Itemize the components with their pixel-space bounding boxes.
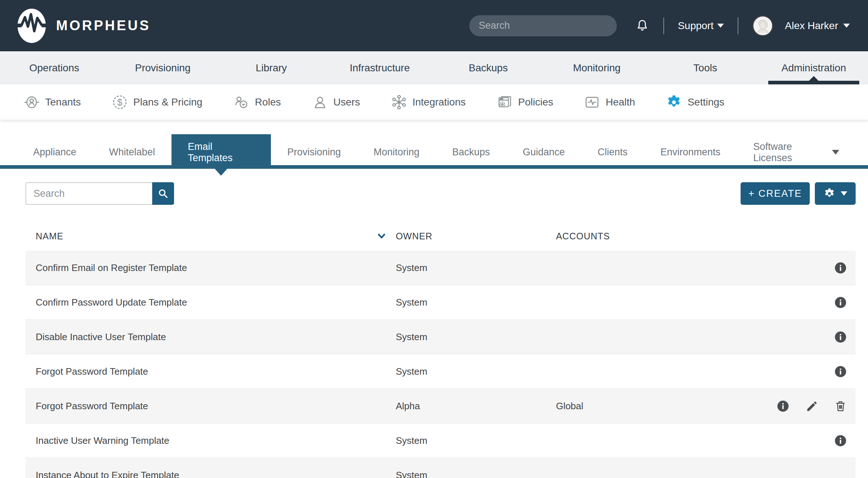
tab-label: Backups <box>452 147 490 158</box>
tab-label: Guidance <box>523 147 565 158</box>
tab-clients[interactable]: Clients <box>581 139 644 165</box>
global-search-input[interactable] <box>479 20 608 31</box>
nav-tools[interactable]: Tools <box>651 51 760 84</box>
column-header-name[interactable]: NAME <box>25 231 396 242</box>
app-header: MORPHEUS Support Alex Harker <box>0 0 868 51</box>
row-actions <box>735 434 856 447</box>
tab-provisioning[interactable]: Provisioning <box>271 139 357 165</box>
settings-tabs: ApplianceWhitelabelEmail TemplatesProvis… <box>0 139 868 165</box>
template-accounts: Global <box>556 401 735 412</box>
admin-nav-label: Policies <box>518 96 553 108</box>
tab-label: Monitoring <box>374 147 419 158</box>
notifications-bell-icon[interactable] <box>635 19 650 33</box>
admin-nav-label: Settings <box>687 96 724 108</box>
tab-label: Whitelabel <box>109 147 155 158</box>
admin-nav-tenants[interactable]: Tenants <box>23 94 81 111</box>
admin-nav-label: Integrations <box>413 96 466 108</box>
tab-monitoring[interactable]: Monitoring <box>357 139 436 165</box>
support-menu[interactable]: Support <box>678 20 724 32</box>
table-row[interactable]: Forgot Password Template Alpha Global <box>25 389 856 423</box>
row-actions <box>735 400 856 413</box>
tab-label: Environments <box>660 147 721 158</box>
admin-nav-integrations[interactable]: Integrations <box>391 94 466 111</box>
template-name: Disable Inactive User Template <box>25 331 396 343</box>
nav-monitoring[interactable]: Monitoring <box>542 51 651 84</box>
template-search[interactable] <box>25 182 174 205</box>
template-search-input[interactable] <box>25 182 152 205</box>
tab-label: Appliance <box>33 147 76 158</box>
morpheus-logo-icon <box>17 8 47 44</box>
admin-nav-health[interactable]: Health <box>584 94 635 111</box>
avatar[interactable] <box>752 15 773 36</box>
column-header-owner[interactable]: OWNER <box>396 231 556 242</box>
admin-nav-policies[interactable]: Policies <box>496 94 553 111</box>
nav-provisioning[interactable]: Provisioning <box>108 51 217 84</box>
template-owner: System <box>396 435 556 446</box>
row-actions <box>735 262 856 274</box>
tab-whitelabel[interactable]: Whitelabel <box>93 139 171 165</box>
search-icon <box>158 188 169 199</box>
nav-operations[interactable]: Operations <box>0 51 108 84</box>
admin-nav-users[interactable]: Users <box>312 94 360 111</box>
integrations-icon <box>391 94 407 111</box>
chevron-down-icon <box>717 24 724 28</box>
brand-title: MORPHEUS <box>56 18 151 33</box>
edit-icon[interactable] <box>805 400 818 413</box>
info-icon[interactable] <box>834 434 847 447</box>
main-nav: OperationsProvisioningLibraryInfrastruct… <box>0 51 868 84</box>
nav-backups[interactable]: Backups <box>434 51 542 84</box>
tab-backups[interactable]: Backups <box>436 139 506 165</box>
table-row[interactable]: Inactive User Warning Template System <box>25 423 856 458</box>
template-name: Confirm Password Update Template <box>25 297 396 308</box>
user-menu[interactable]: Alex Harker <box>752 15 850 36</box>
info-icon[interactable] <box>834 262 847 274</box>
column-header-accounts[interactable]: ACCOUNTS <box>556 231 735 242</box>
tab-software-licenses[interactable]: Software Licenses <box>737 139 856 165</box>
search-icon[interactable] <box>608 20 609 32</box>
template-owner: System <box>396 262 556 274</box>
template-owner: System <box>396 470 556 478</box>
chevron-down-icon <box>841 191 847 196</box>
admin-nav-plans-pricing[interactable]: $Plans & Pricing <box>111 94 202 111</box>
table-row[interactable]: Instance About to Expire Template System <box>25 458 856 478</box>
admin-nav-label: Users <box>334 96 360 108</box>
template-owner: System <box>396 366 556 377</box>
global-search[interactable] <box>469 15 617 36</box>
table-row[interactable]: Disable Inactive User Template System <box>25 320 856 354</box>
gear-icon <box>823 187 836 200</box>
admin-nav-label: Roles <box>255 96 281 108</box>
info-icon[interactable] <box>834 331 847 343</box>
template-search-button[interactable] <box>152 182 174 205</box>
template-owner: System <box>396 297 556 308</box>
table-settings-button[interactable] <box>815 182 856 205</box>
table-row[interactable]: Confirm Password Update Template System <box>25 285 856 320</box>
admin-nav-roles[interactable]: Roles <box>233 94 281 111</box>
row-actions <box>735 365 856 378</box>
table-row[interactable]: Confirm Email on Register Template Syste… <box>25 251 856 285</box>
email-templates-table: NAME OWNER ACCOUNTS Confirm Email on Reg… <box>25 222 856 478</box>
chevron-down-icon <box>843 24 850 28</box>
tab-guidance[interactable]: Guidance <box>506 139 581 165</box>
delete-icon[interactable] <box>834 400 847 413</box>
svg-text:$: $ <box>117 97 122 107</box>
tab-environments[interactable]: Environments <box>644 139 737 165</box>
nav-administration[interactable]: Administration <box>760 51 868 84</box>
create-button[interactable]: + CREATE <box>741 182 810 205</box>
info-icon[interactable] <box>777 400 789 413</box>
row-actions <box>735 331 856 343</box>
table-row[interactable]: Forgot Password Template System <box>25 354 856 389</box>
template-name: Forgot Password Template <box>25 366 396 377</box>
sort-desc-icon[interactable] <box>377 232 386 240</box>
template-owner: Alpha <box>396 401 556 412</box>
nav-infrastructure[interactable]: Infrastructure <box>326 51 434 84</box>
tab-email-templates[interactable]: Email Templates <box>171 134 271 165</box>
tab-label: Provisioning <box>287 147 341 158</box>
row-actions <box>735 296 856 309</box>
active-tab-bar <box>0 165 868 169</box>
template-owner: System <box>396 331 556 343</box>
nav-library[interactable]: Library <box>217 51 326 84</box>
info-icon[interactable] <box>834 365 847 378</box>
info-icon[interactable] <box>834 296 847 309</box>
tab-appliance[interactable]: Appliance <box>17 139 93 165</box>
admin-nav-settings[interactable]: Settings <box>666 94 724 111</box>
